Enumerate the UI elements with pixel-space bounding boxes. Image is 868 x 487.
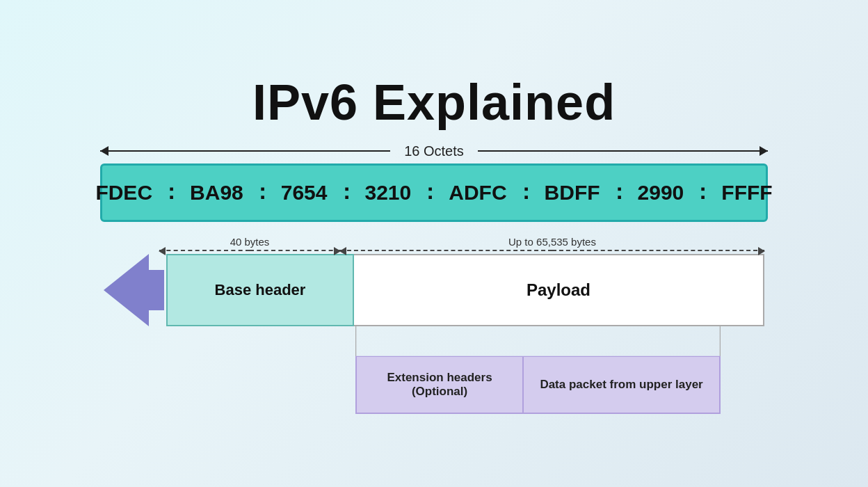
ipv6-seg-3: 3210 [358,178,419,207]
dashed-arrows-container: 40 bytes Up to 65,535 bytes [159,236,764,251]
trapezoid-expand [355,326,721,357]
extension-headers-box: Extension headers(Optional) [357,357,524,413]
payload-bytes-section: Up to 65,535 bytes [340,236,764,251]
ipv6-colon-5: ： [607,178,631,207]
ipv6-colon-3: ： [418,178,442,207]
ipv6-colon-0: ： [159,178,183,207]
octets-arrow-left [100,150,390,152]
ipv6-colon-4: ： [514,178,538,207]
octets-arrow-right [478,150,768,152]
page-title: IPv6 Explained [252,74,616,131]
data-packet-box: Data packet from upper layer [524,357,719,413]
ipv6-seg-5: BDFF [538,178,607,207]
expand-svg [355,326,721,357]
ipv6-seg-7: FFFF [714,178,779,207]
ipv6-colon-6: ： [691,178,714,207]
ipv6-colon-1: ： [250,178,274,207]
payload-bytes-line-left [340,250,552,251]
payload-detail-box: Extension headers(Optional) Data packet … [355,357,721,414]
big-left-arrow [104,254,166,326]
payload-bytes-line-right [552,250,764,251]
payload-bytes-arrowhead-left [339,247,346,255]
octets-arrow: 16 Octets [100,143,768,159]
big-arrow-head [104,254,149,326]
forty-bytes-line-right [250,250,340,251]
payload-bytes-arrow [340,250,764,251]
forty-bytes-section: 40 bytes [159,236,340,251]
octets-row: 16 Octets [100,143,768,159]
payload-bytes-arrowhead-right [758,247,765,255]
extension-headers-label: Extension headers(Optional) [387,371,492,399]
forty-bytes-line-left [159,250,250,251]
base-header-label: Base header [215,281,306,299]
ipv6-seg-2: 7654 [274,178,335,207]
ipv6-seg-1: BA98 [183,178,250,207]
ipv6-seg-4: ADFC [442,178,513,207]
base-header-box: Base header [166,254,354,326]
payload-box: Payload [354,254,764,326]
data-packet-label: Data packet from upper layer [540,378,702,392]
ipv6-seg-6: 2990 [631,178,691,207]
packet-row: Base header Payload [104,254,764,326]
expand-section: Extension headers(Optional) Data packet … [104,326,764,414]
main-container: IPv6 Explained 16 Octets FDEC ： BA98 ： 7… [24,74,844,414]
ipv6-colon-2: ： [335,178,358,207]
ipv6-seg-0: FDEC [88,178,159,207]
forty-bytes-label: 40 bytes [230,236,270,248]
big-arrow-body [149,270,164,310]
ipv6-address-bar: FDEC ： BA98 ： 7654 ： 3210 ： ADFC ： BDFF … [100,163,768,222]
forty-bytes-arrow [159,250,340,251]
payload-bytes-label: Up to 65,535 bytes [508,236,596,248]
forty-bytes-arrowhead-left [159,247,166,255]
big-arrow-combined [104,254,164,326]
payload-label: Payload [527,280,590,300]
octets-label: 16 Octets [390,143,478,159]
